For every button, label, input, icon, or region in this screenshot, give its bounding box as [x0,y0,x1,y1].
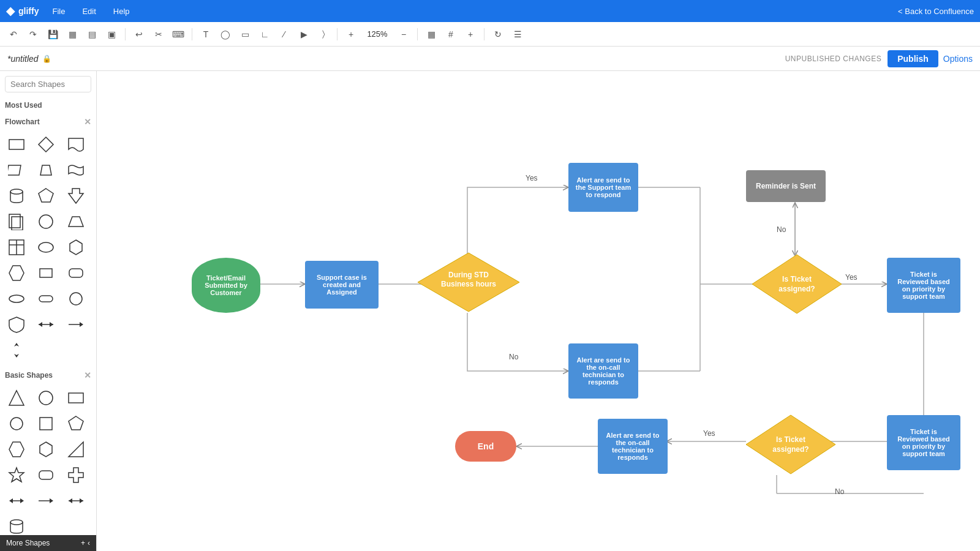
shape-arrows[interactable] [5,339,28,362]
svg-marker-67 [752,255,842,313]
duplicate-button[interactable]: ▣ [103,26,120,43]
svg-marker-70 [746,415,835,474]
shape-arrow-right[interactable] [64,313,88,336]
node-stdhours[interactable]: During STD Business hours [417,252,521,313]
node-alert-oncall[interactable]: Alert are send tothe on-calltechnician t… [598,419,668,474]
shape-circle2[interactable] [64,287,88,310]
undo-button[interactable]: ↶ [5,26,22,43]
svg-rect-0 [9,140,24,149]
fit-button[interactable]: ▦ [423,26,440,43]
node-end[interactable]: End [455,431,516,462]
shape-hexagon[interactable] [64,236,88,259]
shape-arrow-down[interactable] [64,184,88,208]
scissors-button[interactable]: ⌨ [170,26,187,43]
shape-hexagon2[interactable] [5,261,28,285]
node-reminder[interactable]: Reminder is Sent [746,170,826,202]
node-alert-no[interactable]: Alert are send tothe on-calltechnician t… [568,343,638,399]
shape-pentagon[interactable] [34,184,58,208]
rect-button[interactable]: ▭ [236,26,254,43]
bs-circle2[interactable] [5,412,28,435]
bs-star[interactable] [5,463,28,487]
redo-button[interactable]: ↷ [24,26,42,43]
most-used-section[interactable]: Most Used [0,97,96,113]
add-button[interactable]: + [462,26,479,43]
file-menu[interactable]: File [48,4,69,18]
bs-circle[interactable] [34,386,58,410]
bs-pentagon[interactable] [64,412,88,435]
node-alert-yes[interactable]: Alert are send tothe Support teamto resp… [568,163,638,212]
shape-circle[interactable] [34,210,58,233]
shape-stadium[interactable] [5,287,28,310]
help-menu[interactable]: Help [110,4,134,18]
flowchart-shapes-grid [0,130,96,367]
bs-cross[interactable] [64,463,88,487]
search-input[interactable] [5,76,91,92]
shape-trapz2[interactable] [64,210,88,233]
rotate-button[interactable]: ↻ [489,26,507,43]
shape-trapezoid[interactable] [34,159,58,182]
document-title[interactable]: *untitled [7,54,39,64]
circle-button[interactable]: ◯ [217,26,234,43]
bs-triangle2[interactable] [64,438,88,461]
options-button[interactable]: Options [943,54,973,64]
bs-rounded-rect[interactable] [34,463,58,487]
shape-pages[interactable] [5,210,28,233]
select-button[interactable]: ▶ [295,26,312,43]
line-button[interactable]: ∕ [276,26,293,43]
basic-shapes-section-header[interactable]: Basic Shapes ✕ [0,367,96,384]
shape-data[interactable] [5,159,28,182]
shape-shield[interactable] [5,313,28,336]
bs-hexagon2[interactable] [34,438,58,461]
shape-diamond[interactable] [34,133,58,156]
save-button[interactable]: 💾 [44,26,61,43]
back-to-confluence-link[interactable]: < Back to Confluence [898,7,974,16]
bs-rect[interactable] [64,386,88,410]
svg-text:assigned?: assigned? [778,285,815,293]
bs-arr-r[interactable] [34,489,58,512]
grid-button[interactable]: # [442,26,459,43]
canvas[interactable]: Ticket/EmailSubmitted byCustomer Support… [97,71,980,551]
paste-button[interactable]: ▤ [83,26,100,43]
label-yes3: Yes [703,429,715,438]
bs-arr-lr2[interactable] [64,489,88,512]
node-is-ticket1[interactable]: Is Ticket assigned? [751,253,843,315]
bs-square[interactable] [34,412,58,435]
zoom-in-button[interactable]: + [342,26,360,43]
connector-button[interactable]: ∟ [256,26,273,43]
cut-button[interactable]: ✂ [150,26,167,43]
shape-rect2[interactable] [34,261,58,285]
more-shapes-label: More Shapes [6,539,50,547]
zoom-level: 125% [362,29,393,39]
shape-db[interactable] [5,184,28,208]
bs-hexagon[interactable] [5,438,28,461]
text-button[interactable]: T [197,26,214,43]
shape-round-rect[interactable] [64,261,88,285]
shape-process[interactable] [5,133,28,156]
zoom-out-button[interactable]: − [395,26,412,43]
layers-button[interactable]: ☰ [509,26,526,43]
publish-button[interactable]: Publish [888,50,938,67]
node-case[interactable]: Support case iscreated andAssigned [305,261,379,309]
basic-shapes-close-icon[interactable]: ✕ [84,370,91,380]
copy-button[interactable]: ▦ [64,26,81,43]
shape-doc[interactable] [64,133,88,156]
node-is-ticket2[interactable]: Is Ticket assigned? [745,414,837,475]
bs-triangle[interactable] [5,386,28,410]
flowchart-section-header[interactable]: Flowchart ✕ [0,113,96,130]
more-shapes-bar[interactable]: More Shapes + ‹ [0,535,96,551]
shape-table[interactable] [5,236,28,259]
node-start[interactable]: Ticket/EmailSubmitted byCustomer [192,258,260,313]
shape-pill[interactable] [34,287,58,310]
shape-oval[interactable] [34,236,58,259]
flowchart-close-icon[interactable]: ✕ [84,117,91,127]
undo2-button[interactable]: ↩ [130,26,148,43]
hand-button[interactable]: 〉 [315,26,332,43]
node-ticket-rev1[interactable]: Ticket isReviewed basedon priority bysup… [887,258,960,313]
bs-arr-lr[interactable] [5,489,28,512]
shape-arrow-left-right[interactable] [34,313,58,336]
shape-wave[interactable] [64,159,88,182]
main-layout: Most Used Flowchart ✕ [0,71,980,551]
edit-menu[interactable]: Edit [78,4,99,18]
node-ticket-rev2[interactable]: Ticket isReviewed basedon priority bysup… [887,415,960,470]
svg-marker-46 [80,498,83,503]
